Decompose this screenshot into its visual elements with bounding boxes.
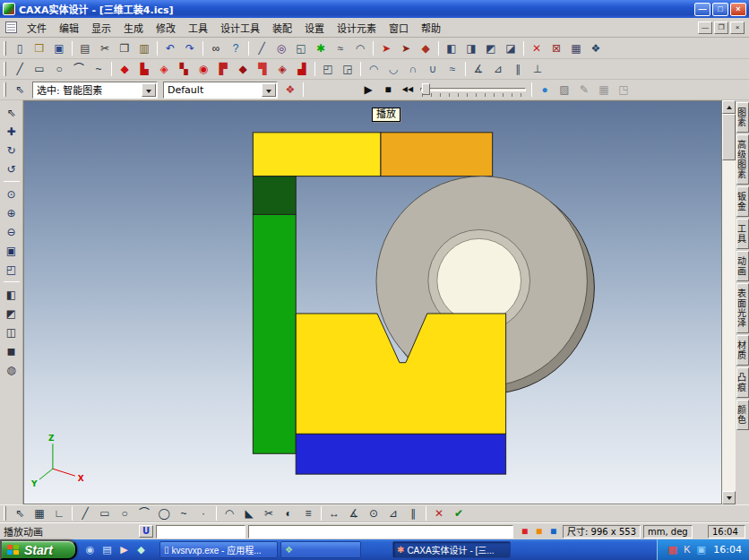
- spin-view-icon[interactable]: ↺: [2, 159, 22, 178]
- sketch-select-icon[interactable]: ⇖: [10, 506, 30, 521]
- mdi-close-button[interactable]: ×: [730, 22, 745, 34]
- arc-2d-icon[interactable]: ⌒: [134, 506, 154, 521]
- close-button[interactable]: ×: [730, 3, 746, 16]
- tray-antivirus-icon-1[interactable]: ▩: [666, 543, 679, 557]
- side-tab-animation[interactable]: 动画: [736, 251, 749, 281]
- parallel-icon[interactable]: ∥: [403, 506, 423, 521]
- scroll-track[interactable]: [722, 160, 736, 491]
- menu-help[interactable]: 帮助: [415, 18, 447, 38]
- render-tool-icon-1[interactable]: ➤: [376, 39, 396, 57]
- side-tab-material[interactable]: 材质: [736, 335, 749, 366]
- toolbar-grip[interactable]: [4, 62, 6, 76]
- tray-network-icon[interactable]: ▣: [694, 543, 708, 557]
- surface-tool-icon-1[interactable]: ◠: [364, 60, 383, 78]
- render-tool-icon-2[interactable]: ➤: [396, 39, 416, 57]
- style-combo[interactable]: Default: [163, 82, 278, 99]
- quick-launch-desktop-icon[interactable]: ▤: [99, 542, 115, 557]
- selection-filter-icon[interactable]: ⇖: [10, 81, 30, 99]
- scroll-thumb[interactable]: [722, 114, 736, 160]
- rewind-button[interactable]: ◀◀: [398, 81, 418, 99]
- minimize-button[interactable]: —: [694, 3, 710, 16]
- part-column-green[interactable]: [253, 214, 296, 453]
- chevron-down-icon[interactable]: [142, 83, 156, 97]
- material-ball-icon[interactable]: ●: [535, 81, 555, 99]
- line-3d-icon[interactable]: ╱: [252, 39, 271, 57]
- mdi-minimize-button[interactable]: —: [698, 22, 712, 34]
- surface-tool-icon-5[interactable]: ≈: [443, 60, 462, 78]
- select-arrow-icon[interactable]: ⇖: [2, 103, 22, 122]
- side-tab-advanced-elements[interactable]: 高级图素: [736, 134, 749, 185]
- delete-2d-icon[interactable]: ✕: [429, 506, 449, 521]
- menu-settings[interactable]: 设置: [298, 18, 331, 38]
- part-column-dark-green[interactable]: [253, 177, 296, 215]
- tray-antivirus-icon-2[interactable]: K: [680, 543, 693, 557]
- sketch-rect-icon[interactable]: ▭: [30, 60, 49, 78]
- fit-view-icon[interactable]: ◰: [2, 260, 22, 279]
- zoom-in-icon[interactable]: ⊕: [2, 203, 22, 222]
- design-tree-icon[interactable]: ❖: [280, 81, 300, 99]
- rect-2d-icon[interactable]: ▭: [95, 506, 115, 521]
- box-feature-icon[interactable]: ◱: [291, 39, 311, 57]
- copy-icon[interactable]: ❐: [115, 39, 134, 57]
- scroll-down-icon[interactable]: [722, 491, 736, 504]
- feature-tool-icon-8[interactable]: ▜: [253, 60, 272, 78]
- grid-display-icon[interactable]: ▦: [566, 39, 586, 57]
- vertical-scrollbar[interactable]: [722, 100, 736, 504]
- offset-2d-icon[interactable]: ≡: [298, 506, 318, 521]
- surface-tool-icon-3[interactable]: ∩: [403, 60, 423, 78]
- snap-grid-icon[interactable]: ▦: [594, 81, 614, 99]
- quick-launch-browser-icon[interactable]: ◉: [82, 542, 98, 557]
- status-app-icon[interactable]: U: [139, 525, 153, 538]
- view-config-icon-1[interactable]: ◧: [442, 39, 461, 57]
- part-top-bar-yellow[interactable]: [253, 133, 381, 177]
- menu-file[interactable]: 文件: [21, 18, 53, 38]
- spline-2d-icon[interactable]: ~: [174, 506, 194, 521]
- task-caxa[interactable]: ✱CAXA实体设计 - [三...: [392, 541, 511, 558]
- shaded-mode-icon[interactable]: ◼: [2, 341, 22, 360]
- exclude-icon[interactable]: ⊠: [547, 39, 566, 57]
- task-document[interactable]: ❖: [280, 541, 361, 558]
- menu-edit[interactable]: 编辑: [53, 18, 85, 38]
- title-bar[interactable]: CAXA实体设计 - [三维工装4.ics] — □ ×: [0, 0, 749, 18]
- paste-icon[interactable]: ▥: [134, 39, 154, 57]
- menu-design-elements[interactable]: 设计元素: [331, 18, 383, 38]
- part-base[interactable]: [296, 434, 505, 474]
- status-field-1[interactable]: [156, 525, 245, 538]
- measure-triangle-icon[interactable]: ⊿: [488, 60, 508, 78]
- view-config-icon-3[interactable]: ◩: [481, 39, 501, 57]
- side-tab-color[interactable]: 颜色: [736, 400, 749, 430]
- toolbar-grip[interactable]: [4, 506, 6, 521]
- toolbar-grip[interactable]: [4, 82, 6, 97]
- zoom-out-icon[interactable]: ⊖: [2, 222, 22, 241]
- side-tab-elements[interactable]: 图素: [736, 102, 749, 133]
- animation-timeline-slider[interactable]: [420, 82, 526, 97]
- mirror-2d-icon[interactable]: ◐: [279, 506, 298, 521]
- scene-props-icon[interactable]: ❖: [586, 39, 606, 57]
- surface-tool-icon-4[interactable]: ∪: [423, 60, 443, 78]
- part-top-bar-orange[interactable]: [381, 133, 493, 177]
- cut-icon[interactable]: ✂: [95, 39, 115, 57]
- mdi-restore-button[interactable]: ❐: [714, 22, 728, 34]
- menu-assembly[interactable]: 装配: [266, 18, 298, 38]
- task-kvsrvxp[interactable]: ▯kvsrvxp.exe - 应用程...: [159, 541, 278, 558]
- print-icon[interactable]: ▤: [75, 39, 95, 57]
- measure-angle-icon[interactable]: ∡: [469, 60, 488, 78]
- edit-pencil-icon[interactable]: ✎: [574, 81, 594, 99]
- ellipse-2d-icon[interactable]: ◯: [154, 506, 174, 521]
- open-folder-icon[interactable]: ❒: [30, 39, 49, 57]
- point-2d-icon[interactable]: ·: [194, 506, 213, 521]
- zoom-icon[interactable]: ⊙: [2, 185, 22, 203]
- menu-window[interactable]: 窗口: [383, 18, 415, 38]
- smart-motion-icon[interactable]: ✱: [311, 39, 331, 57]
- ime-icon-red[interactable]: ■: [518, 525, 531, 538]
- sketch-spline-icon[interactable]: ~: [89, 60, 108, 78]
- quick-launch-app-icon[interactable]: ◆: [133, 542, 149, 557]
- new-file-icon[interactable]: ▯: [10, 39, 30, 57]
- corner-view-icon[interactable]: ◳: [614, 81, 633, 99]
- redo-icon[interactable]: ↷: [180, 39, 200, 57]
- view-config-icon-4[interactable]: ◪: [501, 39, 521, 57]
- perpendicular-constraint-icon[interactable]: ⊥: [528, 60, 547, 78]
- ime-icon-orange[interactable]: ■: [532, 525, 546, 538]
- feature-tool-icon-6[interactable]: ▛: [213, 60, 233, 78]
- menu-tools[interactable]: 工具: [182, 18, 214, 38]
